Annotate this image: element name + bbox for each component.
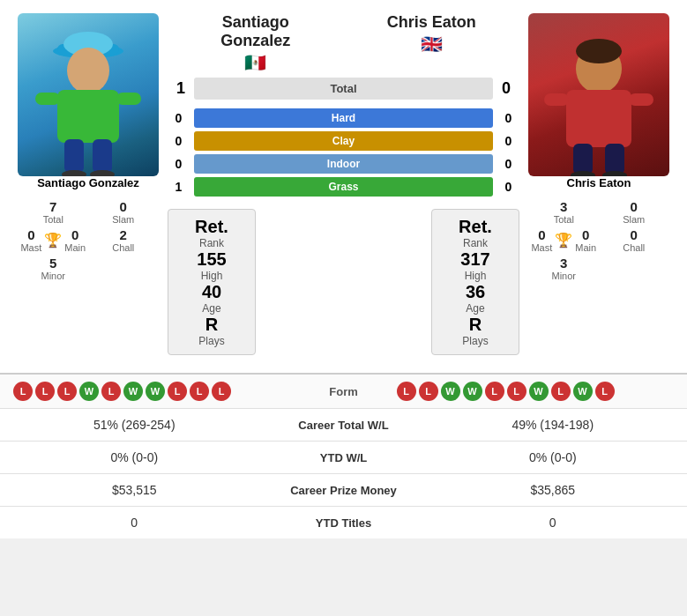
prize-money-row: $53,515 Career Prize Money $35,865 bbox=[0, 474, 687, 507]
left-minor-stat: 5 Minor bbox=[20, 256, 87, 281]
right-form-badge: L bbox=[397, 382, 416, 401]
badge-hard: Hard bbox=[194, 108, 493, 128]
form-row: LLLWLWWLLL Form LLWWLLWLWL bbox=[0, 375, 687, 409]
right-trophy-icon: 🏆 bbox=[555, 232, 572, 249]
right-player-photo bbox=[528, 13, 669, 176]
total-label: Total bbox=[194, 78, 493, 100]
ytd-wl-label: YTD W/L bbox=[256, 451, 432, 464]
right-form-badge: L bbox=[419, 382, 438, 401]
career-wl-left: 51% (269-254) bbox=[13, 418, 256, 432]
total-score-right: 0 bbox=[493, 79, 519, 98]
surface-row-indoor: 0 Indoor 0 bbox=[168, 154, 519, 174]
left-high-value: 155 bbox=[197, 249, 226, 270]
right-player-silhouette bbox=[541, 26, 656, 176]
career-wl-row: 51% (269-254) Career Total W/L 49% (194-… bbox=[0, 409, 687, 442]
badge-indoor: Indoor bbox=[194, 154, 493, 174]
left-plays-label: Plays bbox=[198, 335, 224, 347]
svg-point-3 bbox=[67, 48, 109, 93]
right-rank-label: Rank bbox=[463, 237, 488, 249]
right-rank-value: Ret. bbox=[459, 217, 492, 237]
surface-row-hard: 0 Hard 0 bbox=[168, 108, 519, 128]
svg-rect-13 bbox=[566, 90, 631, 147]
right-form-badge: L bbox=[551, 382, 571, 401]
left-player-stats: 7 Total 0 Slam 0 Mast 🏆 0 bbox=[20, 199, 157, 281]
ytd-wl-row: 0% (0-0) YTD W/L 0% (0-0) bbox=[0, 442, 687, 474]
ytd-titles-left: 0 bbox=[13, 516, 256, 530]
svg-rect-6 bbox=[116, 93, 141, 105]
svg-point-9 bbox=[62, 170, 86, 176]
left-total-stat: 7 Total bbox=[20, 199, 87, 225]
center-block: SantiagoGonzalez 🇲🇽 Chris Eaton 🇬🇧 1 Tot… bbox=[168, 13, 519, 355]
main-container: Santiago Gonzalez 7 Total 0 Slam 0 bbox=[0, 0, 687, 538]
left-form-badge: W bbox=[146, 382, 165, 401]
svg-rect-16 bbox=[573, 144, 593, 174]
match-top-section: Santiago Gonzalez 7 Total 0 Slam 0 bbox=[0, 0, 687, 364]
right-age-label: Age bbox=[466, 302, 484, 315]
left-form-badge: L bbox=[57, 382, 77, 401]
right-mast-stat: 0 Mast 🏆 0 Main bbox=[531, 227, 598, 253]
left-center-name: SantiagoGonzalez bbox=[168, 13, 344, 50]
form-label: Form bbox=[291, 385, 397, 398]
career-wl-label: Career Total W/L bbox=[256, 419, 432, 432]
right-rank-box: Ret. Rank 317 High 36 Age R Plays bbox=[431, 209, 519, 355]
right-form-badge: L bbox=[485, 382, 504, 401]
right-player-stats: 3 Total 0 Slam 0 Mast 🏆 0 bbox=[531, 199, 668, 281]
right-form-badge: W bbox=[463, 382, 482, 401]
right-slam-stat: 0 Slam bbox=[601, 199, 668, 225]
right-form-badge: W bbox=[573, 382, 593, 401]
left-chall-stat: 2 Chall bbox=[90, 227, 157, 253]
surface-rows: 0 Hard 0 0 Clay 0 0 Indoor 0 1 Grass bbox=[168, 105, 519, 200]
left-form-badge: L bbox=[190, 382, 209, 401]
svg-rect-4 bbox=[57, 90, 119, 143]
right-player-block: Chris Eaton 3 Total 0 Slam 0 Mas bbox=[519, 13, 678, 355]
ytd-titles-row: 0 YTD Titles 0 bbox=[0, 507, 687, 538]
ytd-titles-label: YTD Titles bbox=[256, 516, 432, 530]
total-score-left: 1 bbox=[168, 79, 194, 98]
right-form-badge: W bbox=[441, 382, 460, 401]
right-form-badge: W bbox=[529, 382, 549, 401]
right-high-value: 317 bbox=[460, 249, 489, 270]
career-wl-right: 49% (194-198) bbox=[432, 418, 675, 432]
left-age-value: 40 bbox=[202, 282, 221, 302]
stat-info-boxes: Ret. Rank 155 High 40 Age R Plays Ret. R… bbox=[168, 209, 519, 355]
ytd-titles-right: 0 bbox=[432, 516, 675, 530]
left-rank-value: Ret. bbox=[195, 217, 228, 237]
left-player-name: Santiago Gonzalez bbox=[37, 176, 139, 189]
left-form-badge: W bbox=[123, 382, 143, 401]
right-plays-label: Plays bbox=[462, 335, 488, 347]
prize-money-left: $53,515 bbox=[13, 483, 256, 497]
svg-point-12 bbox=[576, 39, 622, 63]
left-form-badge: L bbox=[13, 382, 33, 401]
badge-grass: Grass bbox=[194, 177, 493, 197]
left-plays-value: R bbox=[205, 315, 218, 335]
svg-rect-15 bbox=[629, 93, 653, 106]
svg-rect-14 bbox=[544, 93, 569, 106]
svg-rect-17 bbox=[605, 144, 624, 174]
right-center-name: Chris Eaton bbox=[344, 13, 520, 32]
left-slam-stat: 0 Slam bbox=[90, 199, 157, 225]
left-trophy-icon: 🏆 bbox=[44, 232, 62, 249]
left-player-silhouette bbox=[31, 26, 146, 176]
svg-rect-5 bbox=[35, 93, 60, 105]
right-total-stat: 3 Total bbox=[531, 199, 598, 225]
left-player-photo bbox=[18, 13, 159, 176]
left-rank-label: Rank bbox=[199, 237, 224, 249]
bottom-table: LLLWLWWLLL Form LLWWLLWLWL 51% (269-254)… bbox=[0, 373, 687, 538]
left-mast-stat: 0 Mast 🏆 0 Main bbox=[20, 227, 87, 253]
right-plays-value: R bbox=[469, 315, 482, 335]
surface-row-grass: 1 Grass 0 bbox=[168, 177, 519, 197]
badge-clay: Clay bbox=[194, 131, 493, 151]
left-form-badge: L bbox=[35, 382, 55, 401]
left-form-badge: L bbox=[168, 382, 187, 401]
left-form-badge: L bbox=[212, 382, 231, 401]
right-chall-stat: 0 Chall bbox=[601, 227, 668, 253]
left-age-label: Age bbox=[202, 302, 220, 315]
right-form-badges: LLWWLLWLWL bbox=[397, 382, 675, 401]
prize-money-label: Career Prize Money bbox=[256, 484, 432, 497]
right-flag: 🇬🇧 bbox=[344, 33, 520, 55]
right-age-value: 36 bbox=[466, 282, 485, 302]
left-player-block: Santiago Gonzalez 7 Total 0 Slam 0 bbox=[9, 13, 168, 355]
right-minor-stat: 3 Minor bbox=[531, 256, 598, 281]
right-form-badge: L bbox=[507, 382, 526, 401]
left-rank-box: Ret. Rank 155 High 40 Age R Plays bbox=[168, 209, 256, 355]
